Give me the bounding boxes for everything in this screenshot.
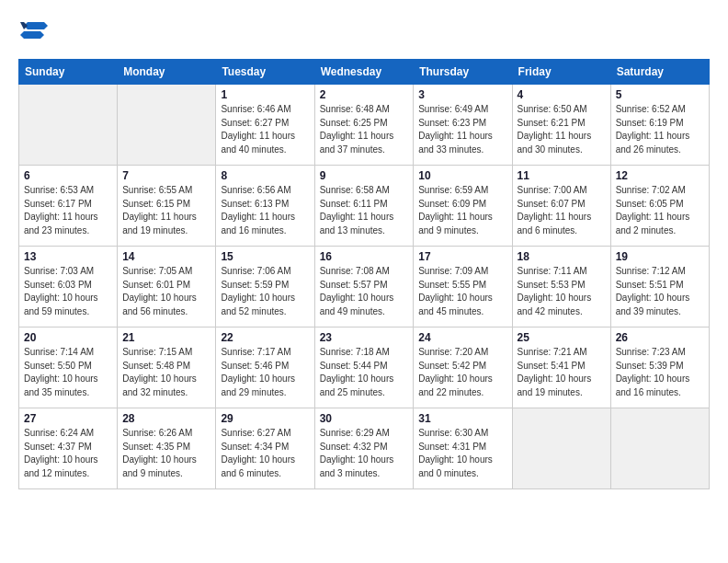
- day-info: Sunrise: 7:23 AM Sunset: 5:39 PM Dayligh…: [616, 346, 704, 399]
- calendar-week-row: 20Sunrise: 7:14 AM Sunset: 5:50 PM Dayli…: [19, 327, 710, 408]
- calendar-cell: 17Sunrise: 7:09 AM Sunset: 5:55 PM Dayli…: [414, 247, 512, 327]
- day-info: Sunrise: 6:50 AM Sunset: 6:21 PM Dayligh…: [518, 103, 606, 156]
- day-info: Sunrise: 7:02 AM Sunset: 6:05 PM Dayligh…: [616, 184, 704, 237]
- day-number: 5: [616, 88, 704, 101]
- calendar-cell: 3Sunrise: 6:49 AM Sunset: 6:23 PM Daylig…: [414, 85, 512, 166]
- day-info: Sunrise: 6:56 AM Sunset: 6:13 PM Dayligh…: [221, 184, 309, 237]
- day-number: 14: [122, 250, 210, 263]
- calendar-week-row: 27Sunrise: 6:24 AM Sunset: 4:37 PM Dayli…: [19, 408, 710, 489]
- calendar-cell: 7Sunrise: 6:55 AM Sunset: 6:15 PM Daylig…: [118, 166, 216, 247]
- day-info: Sunrise: 6:52 AM Sunset: 6:19 PM Dayligh…: [616, 103, 704, 156]
- svg-marker-1: [20, 31, 44, 39]
- day-number: 31: [418, 412, 506, 425]
- day-info: Sunrise: 7:17 AM Sunset: 5:46 PM Dayligh…: [221, 346, 309, 399]
- calendar-cell: 26Sunrise: 7:23 AM Sunset: 5:39 PM Dayli…: [610, 327, 709, 408]
- day-number: 10: [418, 169, 506, 182]
- calendar-cell: 27Sunrise: 6:24 AM Sunset: 4:37 PM Dayli…: [19, 408, 118, 489]
- day-info: Sunrise: 6:27 AM Sunset: 4:34 PM Dayligh…: [221, 427, 309, 480]
- calendar-table: SundayMondayTuesdayWednesdayThursdayFrid…: [18, 59, 710, 489]
- logo: [18, 18, 51, 44]
- day-info: Sunrise: 7:08 AM Sunset: 5:57 PM Dayligh…: [320, 265, 409, 318]
- day-info: Sunrise: 6:30 AM Sunset: 4:31 PM Dayligh…: [418, 427, 506, 480]
- calendar-cell: [19, 85, 118, 166]
- calendar-cell: 23Sunrise: 7:18 AM Sunset: 5:44 PM Dayli…: [314, 327, 414, 408]
- day-number: 16: [320, 250, 409, 263]
- day-number: 18: [518, 250, 606, 263]
- day-info: Sunrise: 7:21 AM Sunset: 5:41 PM Dayligh…: [518, 346, 606, 399]
- calendar-cell: 31Sunrise: 6:30 AM Sunset: 4:31 PM Dayli…: [414, 408, 512, 489]
- calendar-week-row: 6Sunrise: 6:53 AM Sunset: 6:17 PM Daylig…: [19, 166, 710, 247]
- day-info: Sunrise: 6:49 AM Sunset: 6:23 PM Dayligh…: [418, 103, 506, 156]
- weekday-header-thursday: Thursday: [414, 60, 512, 85]
- day-info: Sunrise: 6:24 AM Sunset: 4:37 PM Dayligh…: [24, 427, 112, 480]
- calendar-cell: 10Sunrise: 6:59 AM Sunset: 6:09 PM Dayli…: [414, 166, 512, 247]
- day-number: 21: [122, 331, 210, 344]
- calendar-cell: 16Sunrise: 7:08 AM Sunset: 5:57 PM Dayli…: [314, 247, 414, 327]
- calendar-week-row: 1Sunrise: 6:46 AM Sunset: 6:27 PM Daylig…: [19, 85, 710, 166]
- day-number: 11: [518, 169, 606, 182]
- day-number: 29: [221, 412, 309, 425]
- day-info: Sunrise: 7:03 AM Sunset: 6:03 PM Dayligh…: [24, 265, 112, 318]
- day-info: Sunrise: 6:58 AM Sunset: 6:11 PM Dayligh…: [320, 184, 409, 237]
- calendar-cell: 22Sunrise: 7:17 AM Sunset: 5:46 PM Dayli…: [216, 327, 314, 408]
- day-info: Sunrise: 7:18 AM Sunset: 5:44 PM Dayligh…: [320, 346, 409, 399]
- day-info: Sunrise: 6:46 AM Sunset: 6:27 PM Dayligh…: [221, 103, 309, 156]
- day-number: 6: [24, 169, 112, 182]
- day-info: Sunrise: 6:26 AM Sunset: 4:35 PM Dayligh…: [122, 427, 210, 480]
- day-info: Sunrise: 6:29 AM Sunset: 4:32 PM Dayligh…: [320, 427, 409, 480]
- calendar-cell: 6Sunrise: 6:53 AM Sunset: 6:17 PM Daylig…: [19, 166, 118, 247]
- day-info: Sunrise: 6:53 AM Sunset: 6:17 PM Dayligh…: [24, 184, 112, 237]
- day-info: Sunrise: 7:14 AM Sunset: 5:50 PM Dayligh…: [24, 346, 112, 399]
- weekday-header-saturday: Saturday: [610, 60, 709, 85]
- day-number: 24: [418, 331, 506, 344]
- day-number: 9: [320, 169, 409, 182]
- day-info: Sunrise: 6:59 AM Sunset: 6:09 PM Dayligh…: [418, 184, 506, 237]
- day-number: 20: [24, 331, 112, 344]
- day-number: 13: [24, 250, 112, 263]
- calendar-cell: 29Sunrise: 6:27 AM Sunset: 4:34 PM Dayli…: [216, 408, 314, 489]
- day-number: 8: [221, 169, 309, 182]
- day-number: 4: [518, 88, 606, 101]
- day-info: Sunrise: 7:15 AM Sunset: 5:48 PM Dayligh…: [122, 346, 210, 399]
- calendar-cell: 20Sunrise: 7:14 AM Sunset: 5:50 PM Dayli…: [19, 327, 118, 408]
- day-number: 7: [122, 169, 210, 182]
- day-info: Sunrise: 7:05 AM Sunset: 6:01 PM Dayligh…: [122, 265, 210, 318]
- logo-icon: [18, 18, 48, 44]
- day-info: Sunrise: 6:55 AM Sunset: 6:15 PM Dayligh…: [122, 184, 210, 237]
- weekday-header-sunday: Sunday: [19, 60, 118, 85]
- calendar-cell: 5Sunrise: 6:52 AM Sunset: 6:19 PM Daylig…: [610, 85, 709, 166]
- day-number: 26: [616, 331, 704, 344]
- calendar-cell: 9Sunrise: 6:58 AM Sunset: 6:11 PM Daylig…: [314, 166, 414, 247]
- day-info: Sunrise: 7:12 AM Sunset: 5:51 PM Dayligh…: [616, 265, 704, 318]
- calendar-cell: 25Sunrise: 7:21 AM Sunset: 5:41 PM Dayli…: [512, 327, 610, 408]
- calendar-cell: [610, 408, 709, 489]
- calendar-cell: 11Sunrise: 7:00 AM Sunset: 6:07 PM Dayli…: [512, 166, 610, 247]
- day-number: 2: [320, 88, 409, 101]
- calendar-cell: 21Sunrise: 7:15 AM Sunset: 5:48 PM Dayli…: [118, 327, 216, 408]
- weekday-header-friday: Friday: [512, 60, 610, 85]
- day-number: 27: [24, 412, 112, 425]
- page-header: [18, 18, 710, 44]
- calendar-cell: 18Sunrise: 7:11 AM Sunset: 5:53 PM Dayli…: [512, 247, 610, 327]
- day-info: Sunrise: 7:00 AM Sunset: 6:07 PM Dayligh…: [518, 184, 606, 237]
- day-number: 22: [221, 331, 309, 344]
- day-number: 3: [418, 88, 506, 101]
- day-number: 12: [616, 169, 704, 182]
- day-info: Sunrise: 7:09 AM Sunset: 5:55 PM Dayligh…: [418, 265, 506, 318]
- calendar-cell: 2Sunrise: 6:48 AM Sunset: 6:25 PM Daylig…: [314, 85, 414, 166]
- calendar-cell: [512, 408, 610, 489]
- weekday-header-row: SundayMondayTuesdayWednesdayThursdayFrid…: [19, 60, 710, 85]
- calendar-cell: 1Sunrise: 6:46 AM Sunset: 6:27 PM Daylig…: [216, 85, 314, 166]
- calendar-cell: [118, 85, 216, 166]
- calendar-cell: 30Sunrise: 6:29 AM Sunset: 4:32 PM Dayli…: [314, 408, 414, 489]
- day-info: Sunrise: 6:48 AM Sunset: 6:25 PM Dayligh…: [320, 103, 409, 156]
- day-info: Sunrise: 7:20 AM Sunset: 5:42 PM Dayligh…: [418, 346, 506, 399]
- calendar-week-row: 13Sunrise: 7:03 AM Sunset: 6:03 PM Dayli…: [19, 247, 710, 327]
- weekday-header-wednesday: Wednesday: [314, 60, 414, 85]
- day-number: 25: [518, 331, 606, 344]
- weekday-header-monday: Monday: [118, 60, 216, 85]
- calendar-cell: 8Sunrise: 6:56 AM Sunset: 6:13 PM Daylig…: [216, 166, 314, 247]
- day-number: 17: [418, 250, 506, 263]
- calendar-cell: 24Sunrise: 7:20 AM Sunset: 5:42 PM Dayli…: [414, 327, 512, 408]
- calendar-cell: 4Sunrise: 6:50 AM Sunset: 6:21 PM Daylig…: [512, 85, 610, 166]
